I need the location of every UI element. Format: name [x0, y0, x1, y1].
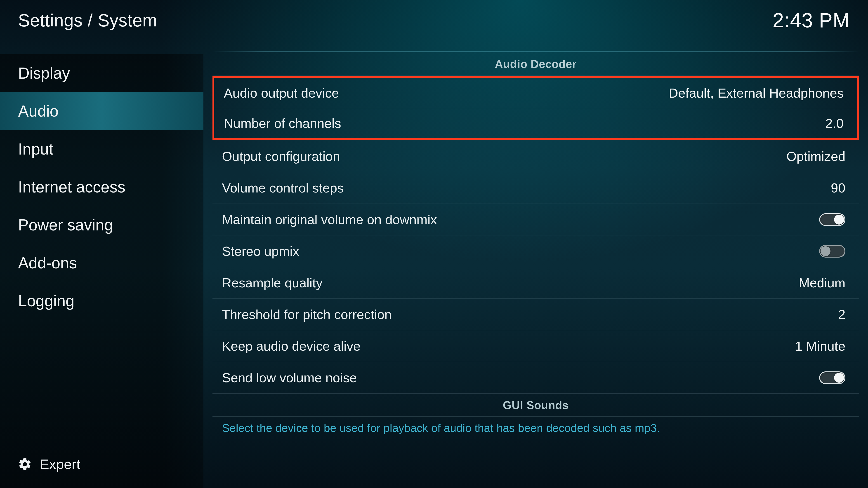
setting-value: 2.0 [825, 116, 844, 131]
toggle-stereo-upmix[interactable] [819, 245, 845, 258]
sidebar-item-audio[interactable]: Audio [0, 92, 204, 130]
sidebar-item-label: Internet access [18, 178, 125, 196]
settings-list: Audio output deviceDefault, External Hea… [213, 75, 859, 394]
setting-row-number-of-channels[interactable]: Number of channels2.0 [214, 108, 857, 138]
setting-label: Number of channels [224, 116, 341, 131]
setting-row-maintain-original-volume-on-downmix[interactable]: Maintain original volume on downmix [213, 204, 859, 235]
setting-row-output-configuration[interactable]: Output configurationOptimized [213, 140, 859, 172]
sidebar-item-logging[interactable]: Logging [0, 282, 204, 320]
setting-label: Output configuration [222, 149, 340, 164]
sidebar-item-power-saving[interactable]: Power saving [0, 206, 204, 244]
setting-description: Select the device to be used for playbac… [213, 417, 859, 435]
setting-label: Audio output device [224, 86, 339, 101]
sidebar-item-label: Power saving [18, 216, 113, 234]
setting-label: Resample quality [222, 275, 322, 290]
toggle-knob [834, 215, 844, 225]
sidebar: DisplayAudioInputInternet accessPower sa… [0, 54, 204, 488]
setting-value: Optimized [786, 149, 845, 164]
sidebar-item-internet-access[interactable]: Internet access [0, 168, 204, 206]
sidebar-item-label: Audio [18, 102, 59, 120]
toggle-knob [834, 373, 844, 383]
settings-level-button[interactable]: Expert [18, 456, 80, 472]
sidebar-item-label: Display [18, 64, 70, 82]
setting-value: 1 Minute [795, 338, 845, 354]
section-header-gui-sounds: GUI Sounds [213, 394, 859, 417]
setting-row-threshold-for-pitch-correction[interactable]: Threshold for pitch correction2 [213, 299, 859, 330]
setting-label: Threshold for pitch correction [222, 307, 392, 322]
sidebar-item-add-ons[interactable]: Add-ons [0, 244, 204, 282]
section-header-audio-decoder: Audio Decoder [213, 52, 859, 75]
setting-label: Keep audio device alive [222, 338, 361, 354]
setting-row-send-low-volume-noise[interactable]: Send low volume noise [213, 362, 859, 394]
setting-row-keep-audio-device-alive[interactable]: Keep audio device alive1 Minute [213, 330, 859, 362]
sidebar-item-input[interactable]: Input [0, 130, 204, 168]
settings-level-label: Expert [40, 456, 80, 472]
setting-label: Send low volume noise [222, 370, 357, 385]
highlight-box: Audio output deviceDefault, External Hea… [213, 76, 859, 140]
setting-row-audio-output-device[interactable]: Audio output deviceDefault, External Hea… [214, 78, 857, 108]
gear-icon [18, 457, 32, 471]
setting-label: Maintain original volume on downmix [222, 212, 437, 227]
sidebar-item-display[interactable]: Display [0, 54, 204, 92]
breadcrumb: Settings / System [18, 10, 157, 31]
toggle-maintain-original-volume-on-downmix[interactable] [819, 213, 845, 226]
clock: 2:43 PM [773, 9, 850, 32]
sidebar-item-label: Add-ons [18, 254, 77, 272]
setting-row-resample-quality[interactable]: Resample qualityMedium [213, 267, 859, 299]
sidebar-item-label: Logging [18, 292, 74, 310]
setting-label: Stereo upmix [222, 243, 299, 259]
setting-row-volume-control-steps[interactable]: Volume control steps90 [213, 172, 859, 204]
setting-value: 90 [831, 180, 845, 195]
toggle-knob [820, 246, 831, 256]
setting-row-stereo-upmix[interactable]: Stereo upmix [213, 235, 859, 267]
setting-label: Volume control steps [222, 180, 344, 195]
setting-value: Default, External Headphones [669, 86, 844, 101]
main-panel: Audio Decoder Audio output deviceDefault… [213, 52, 859, 488]
header: Settings / System 2:43 PM [0, 0, 868, 41]
setting-value: 2 [838, 307, 845, 322]
toggle-send-low-volume-noise[interactable] [819, 371, 845, 384]
setting-value: Medium [799, 275, 845, 290]
sidebar-item-label: Input [18, 140, 53, 158]
